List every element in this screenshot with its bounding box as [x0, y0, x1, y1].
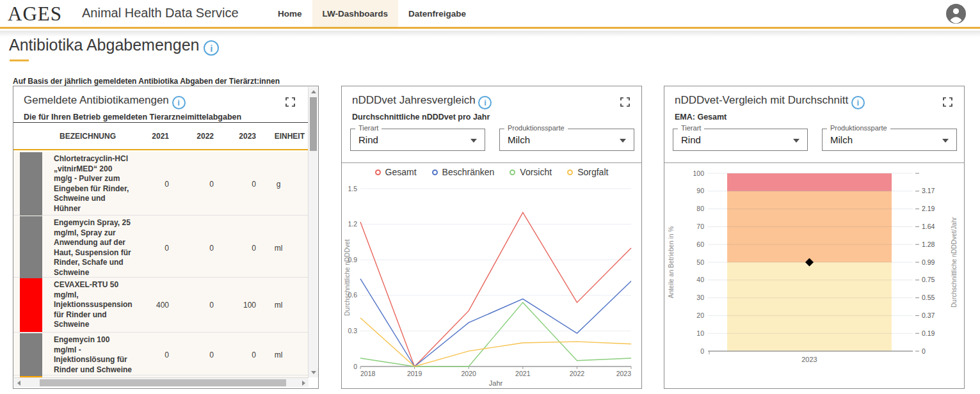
col-header-bezeichnung: BEZEICHNUNG — [42, 132, 133, 141]
scroll-down-arrow[interactable] — [309, 368, 318, 377]
panel3-fullscreen-icon[interactable] — [943, 97, 952, 107]
svg-text:2023: 2023 — [616, 370, 632, 377]
svg-text:1.5: 1.5 — [348, 185, 357, 193]
legend-item-gesamt[interactable]: Gesamt — [375, 167, 417, 177]
svg-text:50: 50 — [696, 258, 704, 266]
medication-name: Engemycin 100 mg/ml - Injektionslösung f… — [42, 333, 133, 377]
tierart-select[interactable]: Tierart Rind — [673, 129, 808, 151]
panel3-divider — [664, 162, 964, 163]
medication-name: CEVAXEL-RTU 50 mg/ml, Injektionssuspensi… — [42, 278, 133, 333]
svg-text:40: 40 — [696, 276, 704, 283]
svg-text:Jahr: Jahr — [489, 379, 503, 387]
svg-text:2021: 2021 — [515, 370, 531, 377]
value-2023: 0 — [218, 351, 260, 359]
legend-label: Beschränken — [442, 167, 495, 177]
panel3-info-icon[interactable]: i — [851, 96, 865, 109]
svg-text:0.19: 0.19 — [922, 329, 935, 337]
table-row: Chlortetracyclin-HCl „vitnirMED“ 200 mg/… — [13, 152, 309, 216]
value-2021: 400 — [133, 301, 173, 310]
value-2023: 100 — [218, 301, 260, 310]
svg-text:2019: 2019 — [407, 370, 422, 377]
panel2-divider — [342, 162, 641, 163]
legend-item-beschränken[interactable]: Beschränken — [432, 167, 495, 177]
scroll-up-arrow[interactable] — [309, 87, 318, 97]
chevron-down-icon — [620, 139, 626, 143]
panel2-title: nDDDvet Jahresvergleich i — [352, 94, 492, 109]
vertical-scrollbar-thumb[interactable] — [310, 97, 317, 151]
title-underline — [10, 59, 29, 61]
panel2-fullscreen-icon[interactable] — [620, 97, 630, 107]
page-info-icon[interactable]: i — [204, 40, 219, 56]
svg-text:2022: 2022 — [570, 370, 585, 377]
svg-text:60: 60 — [696, 240, 704, 248]
legend-marker — [432, 169, 438, 175]
value-2022: 0 — [173, 244, 218, 253]
row-color-indicator — [20, 333, 42, 377]
legend-item-vorsicht[interactable]: Vorsicht — [510, 167, 552, 177]
svg-text:30: 30 — [696, 294, 704, 301]
legend-marker — [510, 169, 515, 175]
col-header-2021: 2021 — [133, 132, 173, 141]
value-2023: 0 — [218, 180, 260, 189]
unit: ml — [260, 351, 306, 359]
col-header-2023: 2023 — [218, 132, 260, 141]
legend-label: Sorgfalt — [577, 167, 608, 177]
svg-text:0: 0 — [700, 347, 704, 355]
horizontal-scrollbar-thumb[interactable] — [40, 379, 286, 386]
unit: ml — [260, 301, 306, 310]
panel3-filters: Tierart Rind Produktionssparte Milch — [673, 129, 957, 151]
svg-text:0.55: 0.55 — [922, 294, 935, 301]
nav-item-home[interactable]: Home — [268, 0, 312, 27]
scroll-right-arrow[interactable] — [299, 378, 309, 388]
svg-text:70: 70 — [696, 223, 704, 230]
svg-text:0.3: 0.3 — [348, 327, 357, 335]
page-subtitle: Auf Basis der jährlich gemeldeten Antibi… — [13, 77, 280, 86]
legend-marker — [375, 169, 381, 175]
col-header-einheit: EINHEIT — [260, 132, 306, 141]
panel2-subtitle: Durchschnittliche nDDDvet pro Jahr — [352, 113, 490, 122]
panel-nddd-jahresvergleich: nDDDvet Jahresvergleich i Durchschnittli… — [341, 86, 642, 389]
nav-item-lw-dashboards[interactable]: LW-Dashboards — [312, 0, 399, 27]
svg-text:0.99: 0.99 — [922, 258, 935, 266]
app-header: AGES Animal Health Data Service Home LW-… — [0, 0, 980, 29]
page-title: Antibiotika Abgabemengen i — [9, 36, 219, 56]
unit: g — [260, 180, 306, 189]
medication-name: Chlortetracyclin-HCl „vitnirMED“ 200 mg/… — [42, 152, 133, 216]
table-header-row: BEZEICHNUNG 2021 2022 2023 EINHEIT — [13, 123, 309, 150]
vertical-scrollbar[interactable] — [308, 87, 317, 377]
svg-text:0.37: 0.37 — [922, 311, 935, 319]
chevron-down-icon — [470, 139, 477, 143]
value-2022: 0 — [173, 301, 218, 310]
col-header-2022: 2022 — [173, 132, 218, 141]
user-account-icon[interactable] — [946, 4, 966, 24]
panel2-info-icon[interactable]: i — [478, 96, 492, 109]
svg-text:Anteile an Betrieben in %: Anteile an Betrieben in % — [668, 226, 675, 298]
svg-text:20: 20 — [696, 311, 704, 319]
legend-item-sorgfalt[interactable]: Sorgfalt — [567, 167, 608, 177]
svg-text:1.64: 1.64 — [922, 223, 935, 230]
produktionssparte-select[interactable]: Produktionssparte Milch — [822, 129, 957, 151]
chevron-down-icon — [942, 139, 949, 143]
scroll-left-arrow[interactable] — [14, 378, 24, 388]
horizontal-scrollbar[interactable] — [14, 377, 309, 387]
svg-text:2018: 2018 — [360, 370, 376, 377]
value-2022: 0 — [173, 180, 218, 189]
app-title: Animal Health Data Service — [82, 6, 239, 20]
ages-logo[interactable]: AGES — [8, 3, 62, 26]
panel3-subtitle: EMA: Gesamt — [675, 113, 727, 122]
panel1-info-icon[interactable]: i — [172, 96, 186, 109]
row-color-indicator — [20, 216, 42, 280]
legend-label: Gesamt — [385, 167, 417, 177]
unit: ml — [260, 244, 306, 253]
table-body: Chlortetracyclin-HCl „vitnirMED“ 200 mg/… — [13, 152, 309, 377]
produktionssparte-select[interactable]: Produktionssparte Milch — [499, 129, 634, 151]
panel2-filters: Tierart Rind Produktionssparte Milch — [350, 129, 634, 151]
row-color-indicator — [20, 152, 42, 216]
line-chart: 00.30.60.91.21.5201820192020202120222023… — [344, 182, 640, 393]
svg-text:3.17: 3.17 — [922, 187, 935, 194]
panel1-fullscreen-icon[interactable] — [285, 97, 295, 107]
panel-nddd-vergleich-durchschnitt: nDDDvet-Vergleich mit Durchschnitt i EMA… — [664, 86, 965, 389]
nav-item-datenfreigabe[interactable]: Datenfreigabe — [398, 0, 476, 27]
panel1-subtitle: Die für Ihren Betrieb gemeldeten Tierarz… — [24, 113, 241, 122]
tierart-select[interactable]: Tierart Rind — [350, 129, 485, 151]
